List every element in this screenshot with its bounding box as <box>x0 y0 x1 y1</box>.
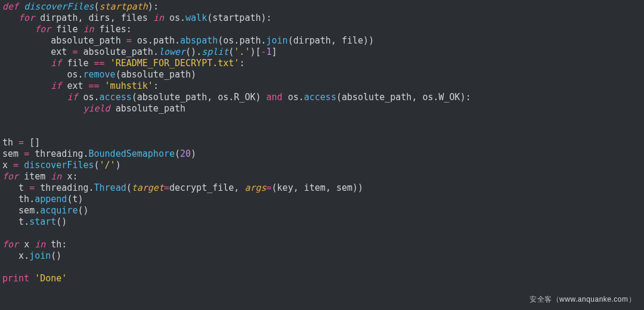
code-line: if ext == 'muhstik': <box>2 80 159 91</box>
code-line: print 'Done' <box>2 273 67 284</box>
code-line: yield absolute_path <box>2 103 185 114</box>
code-line: t = threading.Thread(target=decrypt_file… <box>2 182 363 193</box>
code-line: sem = threading.BoundedSemaphore(20) <box>2 148 196 159</box>
watermark-site: www.anquanke.com <box>559 295 628 303</box>
code-line: for dirpath, dirs, files in os.walk(star… <box>2 13 272 23</box>
code-line: for file in files: <box>2 24 132 35</box>
code-line: ext = absolute_path.lower().split('.')[-… <box>2 46 277 57</box>
code-block: def discoverFiles(startpath): for dirpat… <box>0 0 644 286</box>
code-line: for x in th: <box>2 239 67 250</box>
watermark: 安全客（www.anquanke.com） <box>530 294 636 305</box>
code-line: absolute_path = os.path.abspath(os.path.… <box>2 35 374 46</box>
watermark-brand: 安全客 <box>530 295 552 303</box>
code-line: if file == 'README_FOR_DECRYPT.txt': <box>2 58 244 69</box>
code-line: x.join() <box>2 250 61 261</box>
code-line: os.remove(absolute_path) <box>2 69 196 80</box>
code-line: if os.access(absolute_path, os.R_OK) and… <box>2 92 471 103</box>
code-line: sem.acquire() <box>2 205 89 216</box>
code-line: th.append(t) <box>2 194 83 204</box>
code-line: x = discoverFiles('/') <box>2 160 121 170</box>
code-line: def discoverFiles(startpath): <box>2 1 159 12</box>
code-line: t.start() <box>2 216 67 227</box>
code-line: for item in x: <box>2 171 78 182</box>
code-line: th = [] <box>2 137 40 148</box>
